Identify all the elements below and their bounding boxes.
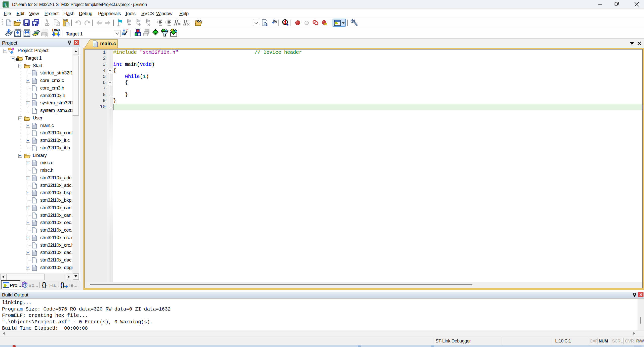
svg-text:5: 5: [5, 4, 7, 7]
svg-text:d: d: [284, 19, 286, 25]
svg-text:?: ?: [24, 284, 26, 287]
svg-text:LOAD: LOAD: [52, 28, 60, 32]
